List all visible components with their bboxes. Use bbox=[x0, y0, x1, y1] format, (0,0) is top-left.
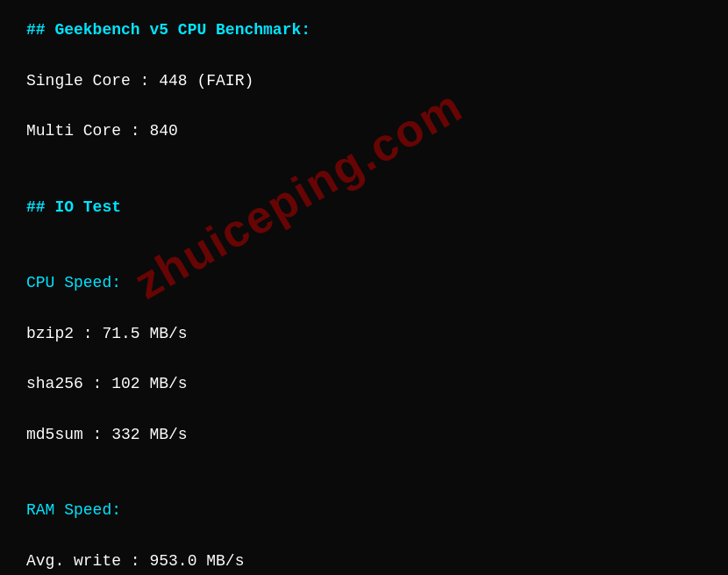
bzip2-sep: : bbox=[74, 325, 102, 342]
single-core-rating: (FAIR) bbox=[188, 72, 254, 90]
ram-speed-label: RAM Speed: bbox=[26, 498, 702, 523]
bzip2-value: 71.5 MB/s bbox=[102, 325, 187, 342]
avg-write-value: 953.0 MB/s bbox=[149, 552, 244, 570]
single-core-line: Single Core : 448 (FAIR) bbox=[26, 68, 702, 94]
md5sum-sep: : bbox=[83, 426, 111, 443]
single-core-value: 448 bbox=[159, 72, 187, 90]
avg-write-line: Avg. write : 953.0 MB/s bbox=[26, 549, 702, 574]
md5sum-value: 332 MB/s bbox=[111, 426, 187, 443]
io-header: ## IO Test bbox=[26, 195, 702, 220]
single-core-label: Single Core : bbox=[26, 72, 159, 90]
md5sum-label: md5sum bbox=[26, 426, 83, 443]
geekbench-header: ## Geekbench v5 CPU Benchmark: bbox=[26, 18, 702, 43]
md5sum-line: md5sum : 332 MB/s bbox=[26, 422, 702, 448]
bzip2-line: bzip2 : 71.5 MB/s bbox=[26, 321, 702, 347]
avg-write-label: Avg. write : bbox=[26, 552, 149, 570]
multi-core-line: Multi Core : 840 bbox=[26, 119, 702, 144]
sha256-line: sha256 : 102 MB/s bbox=[26, 371, 702, 397]
terminal-output: ## Geekbench v5 CPU Benchmark: Single Co… bbox=[26, 18, 702, 575]
bzip2-label: bzip2 bbox=[26, 325, 74, 342]
sha256-label: sha256 bbox=[26, 375, 83, 392]
multi-core-value: 840 bbox=[149, 122, 177, 140]
cpu-speed-label: CPU Speed: bbox=[26, 270, 702, 296]
sha256-value: 102 MB/s bbox=[111, 375, 187, 392]
multi-core-label: Multi Core : bbox=[26, 122, 149, 140]
sha256-sep: : bbox=[83, 375, 111, 392]
